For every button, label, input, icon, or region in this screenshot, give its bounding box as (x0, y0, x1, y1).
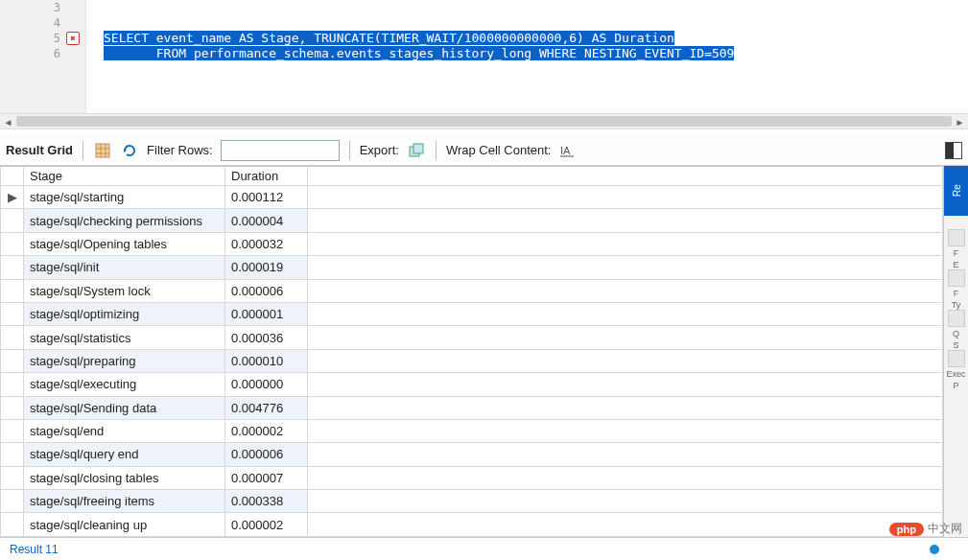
table-row[interactable]: stage/sql/checking permissions0.000004 (1, 209, 943, 232)
table-row[interactable]: stage/sql/preparing0.000010 (1, 349, 943, 372)
cell-duration[interactable]: 0.000007 (225, 466, 308, 489)
cell-duration[interactable]: 0.000001 (225, 302, 308, 325)
cell-duration[interactable]: 0.000006 (225, 443, 308, 466)
row-indicator[interactable]: ▶ (1, 186, 24, 209)
row-indicator[interactable] (1, 302, 24, 325)
results-side-dock: Re FEFTyQSExecP (943, 166, 968, 537)
side-dock-item[interactable]: QS (946, 310, 967, 350)
cell-stage[interactable]: stage/sql/starting (24, 186, 225, 209)
table-row[interactable]: stage/sql/init0.000019 (1, 256, 943, 279)
result-tab[interactable]: Result 11 (10, 543, 59, 556)
code-line[interactable] (104, 15, 968, 31)
table-row[interactable]: stage/sql/System lock0.000006 (1, 279, 943, 302)
result-grid-table[interactable]: Stage Duration ▶stage/sql/starting0.0001… (0, 166, 943, 537)
table-row[interactable]: stage/sql/Sending data0.004776 (1, 396, 943, 419)
code-line[interactable]: SELECT event_name AS Stage, TRUNCATE(TIM… (104, 31, 968, 46)
row-indicator[interactable] (1, 466, 24, 489)
cell-duration[interactable]: 0.000006 (225, 279, 308, 302)
row-indicator[interactable] (1, 513, 24, 537)
cell-duration[interactable]: 0.004776 (225, 396, 308, 419)
cell-duration[interactable]: 0.000019 (225, 256, 308, 279)
cell-stage[interactable]: stage/sql/closing tables (24, 466, 225, 489)
refresh-icon[interactable] (120, 141, 139, 160)
error-marker-icon[interactable] (66, 32, 80, 45)
cell-duration[interactable]: 0.000002 (225, 513, 308, 537)
row-indicator[interactable] (1, 419, 24, 442)
toggle-side-panel-button[interactable] (945, 142, 962, 159)
cell-duration[interactable]: 0.000010 (225, 349, 308, 372)
cell-duration[interactable]: 0.000002 (225, 419, 308, 442)
column-header-empty (308, 167, 943, 186)
wrap-cell-label: Wrap Cell Content: (446, 143, 552, 157)
cell-duration[interactable]: 0.000036 (225, 326, 308, 349)
cell-duration[interactable]: 0.000112 (225, 186, 308, 209)
editor-horizontal-scrollbar[interactable]: ◄ ► (0, 113, 968, 129)
row-indicator[interactable] (1, 232, 24, 255)
table-row[interactable]: stage/sql/closing tables0.000007 (1, 466, 943, 489)
row-indicator[interactable] (1, 279, 24, 302)
column-header-stage[interactable]: Stage (24, 167, 225, 186)
scroll-left-arrow-icon[interactable]: ◄ (0, 115, 16, 129)
cell-stage[interactable]: stage/sql/Opening tables (24, 232, 225, 255)
cell-stage[interactable]: stage/sql/executing (24, 373, 225, 396)
row-indicator[interactable] (1, 256, 24, 279)
filter-rows-input[interactable] (221, 140, 340, 161)
code-line[interactable] (104, 0, 968, 15)
filter-rows-label: Filter Rows: (147, 143, 213, 157)
cell-stage[interactable]: stage/sql/query end (24, 443, 225, 466)
cell-stage[interactable]: stage/sql/System lock (24, 279, 225, 302)
cell-stage[interactable]: stage/sql/init (24, 256, 225, 279)
side-dock-item[interactable]: ExecP (946, 350, 967, 390)
table-row[interactable]: stage/sql/Opening tables0.000032 (1, 232, 943, 255)
table-row[interactable]: stage/sql/executing0.000000 (1, 373, 943, 396)
editor-code[interactable]: SELECT event_name AS Stage, TRUNCATE(TIM… (86, 0, 968, 113)
code-line[interactable]: FROM performance_schema.events_stages_hi… (104, 46, 968, 61)
gutter-line: 5 (0, 31, 85, 46)
row-indicator[interactable] (1, 326, 24, 349)
cell-stage[interactable]: stage/sql/end (24, 419, 225, 442)
row-indicator[interactable] (1, 209, 24, 232)
side-tab-result[interactable]: Re (944, 166, 969, 216)
table-row[interactable]: stage/sql/cleaning up0.000002 (1, 513, 943, 537)
wrap-cell-icon[interactable]: IA (558, 141, 578, 160)
row-indicator[interactable] (1, 490, 24, 513)
cell-duration[interactable]: 0.000032 (225, 232, 308, 255)
cell-empty (308, 466, 943, 489)
cell-stage[interactable]: stage/sql/optimizing (24, 302, 225, 325)
cell-empty (308, 396, 943, 419)
svg-rect-0 (96, 144, 109, 157)
side-dock-item-icon (948, 310, 965, 327)
row-indicator[interactable] (1, 349, 24, 372)
table-row[interactable]: stage/sql/statistics0.000036 (1, 326, 943, 349)
sql-editor[interactable]: 3456 SELECT event_name AS Stage, TRUNCAT… (0, 0, 968, 113)
export-icon[interactable] (407, 141, 426, 160)
side-dock-item[interactable]: FE (946, 229, 967, 269)
column-header-duration[interactable]: Duration (225, 167, 308, 186)
row-indicator[interactable] (1, 373, 24, 396)
cell-stage[interactable]: stage/sql/preparing (24, 349, 225, 372)
cell-duration[interactable]: 0.000338 (225, 490, 308, 513)
cell-stage[interactable]: stage/sql/freeing items (24, 490, 225, 513)
scroll-right-arrow-icon[interactable]: ► (952, 115, 968, 129)
row-indicator[interactable] (1, 443, 24, 466)
grid-view-icon[interactable] (93, 141, 112, 160)
cell-stage[interactable]: stage/sql/checking permissions (24, 209, 225, 232)
table-row[interactable]: stage/sql/freeing items0.000338 (1, 490, 943, 513)
scroll-thumb[interactable] (16, 116, 952, 127)
cell-empty (308, 302, 943, 325)
table-row[interactable]: ▶stage/sql/starting0.000112 (1, 186, 943, 209)
table-row[interactable]: stage/sql/optimizing0.000001 (1, 302, 943, 325)
table-row[interactable]: stage/sql/end0.000002 (1, 419, 943, 442)
cell-stage[interactable]: stage/sql/Sending data (24, 396, 225, 419)
cell-stage[interactable]: stage/sql/statistics (24, 326, 225, 349)
table-row[interactable]: stage/sql/query end0.000006 (1, 443, 943, 466)
cell-empty (308, 326, 943, 349)
row-indicator[interactable] (1, 396, 24, 419)
side-dock-item[interactable]: FTy (946, 269, 967, 310)
cell-stage[interactable]: stage/sql/cleaning up (24, 513, 225, 537)
cell-duration[interactable]: 0.000000 (225, 373, 308, 396)
cell-duration[interactable]: 0.000004 (225, 209, 308, 232)
svg-rect-6 (413, 144, 423, 153)
cell-empty (308, 279, 943, 302)
row-header-blank (1, 167, 24, 186)
